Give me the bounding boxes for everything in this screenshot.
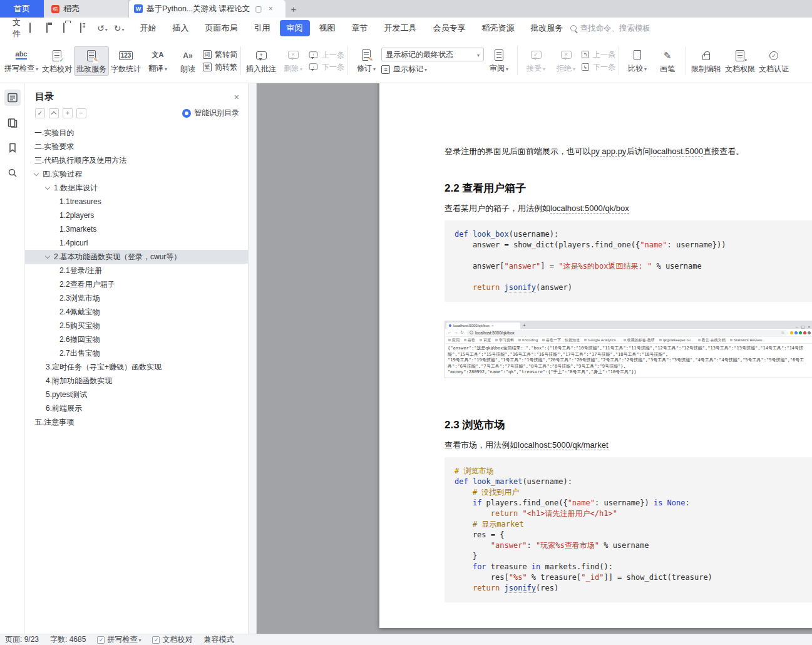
toc-item[interactable]: 1.3markets (25, 222, 248, 236)
toc-item[interactable]: 一.实验目的 (25, 126, 248, 140)
new-tab-button[interactable]: + (285, 0, 302, 18)
delete-comment-button[interactable]: × 删除 (278, 46, 308, 76)
toc-item[interactable]: 1.4picurl (25, 236, 248, 250)
export-pdf-icon[interactable] (80, 23, 91, 33)
chevron-down-icon[interactable] (45, 253, 50, 258)
toc-item[interactable]: 2.基本功能函数实现（登录，cwur等） (25, 250, 248, 264)
prev-change-button[interactable]: ↰ 上一条 (581, 50, 615, 59)
outline-panel-icon[interactable] (4, 90, 21, 106)
toc-item[interactable]: 2.5购买宝物 (25, 319, 248, 333)
restrict-editing-icon (702, 54, 710, 60)
toc-item[interactable]: 6.前端展示 (25, 401, 248, 415)
menu-tab-会员专享[interactable]: 会员专享 (426, 20, 473, 36)
prev-comment-button[interactable]: ↑ 上一条 (308, 51, 344, 59)
toc-item[interactable]: 二.实验要求 (25, 140, 248, 153)
menu-tab-视图[interactable]: 视图 (312, 20, 342, 36)
search-input[interactable] (580, 24, 674, 33)
toc-item[interactable]: 2.1登录/注册 (25, 264, 248, 277)
chevron-down-icon[interactable] (34, 170, 39, 175)
menu-tab-开发工具[interactable]: 开发工具 (378, 20, 424, 36)
save-icon[interactable] (46, 23, 57, 33)
word-count-button[interactable]: 123 字数统计 (109, 47, 143, 75)
toc-expand-icon[interactable]: + (63, 108, 73, 118)
doc-paragraph-intro: 登录注册的界面见后面前端展示，也可以py app.py后访问localhost:… (445, 145, 812, 158)
toc-collapse-all-icon[interactable] (49, 108, 59, 118)
toc-item[interactable]: 2.6撤回宝物 (25, 333, 248, 346)
next-change-button[interactable]: ↳ 下一条 (581, 63, 615, 71)
menu-tab-稻壳资源[interactable]: 稻壳资源 (475, 20, 522, 36)
menu-tab-批改服务[interactable]: 批改服务 (524, 20, 570, 36)
menu-tab-插入[interactable]: 插入 (166, 20, 196, 36)
command-search[interactable] (570, 24, 674, 33)
document-tab[interactable]: W 基于Python...关游戏 课程论文 ▢ × (129, 0, 285, 18)
embedded-browser-screenshot[interactable]: localhost:5000/qk/box × + −▢× ←→↻ i loca… (445, 321, 812, 378)
file-menu-button[interactable]: 文件 (10, 14, 26, 42)
word-count-indicator[interactable]: 字数: 4685 (50, 634, 86, 645)
document-page[interactable]: 登录注册的界面见后面前端展示，也可以py app.py后访问localhost:… (379, 83, 812, 628)
accept-change-icon: ✓ (531, 51, 542, 59)
insert-comment-button[interactable]: + 插入批注 (244, 47, 278, 75)
doc-permission-button[interactable]: • 文档权限 (723, 47, 757, 75)
toc-scrollbar[interactable] (249, 83, 257, 634)
toc-item[interactable]: 四.实验过程 (25, 167, 248, 181)
doc-certify-button[interactable]: 文档认证 (757, 47, 791, 75)
toc-item[interactable]: 3.定时任务（寻宝+赚钱）函数实现 (25, 360, 248, 374)
toc-item[interactable]: 2.4佩戴宝物 (25, 305, 248, 319)
undo-icon[interactable]: ↺▾ (97, 23, 108, 33)
toc-collapse-icon[interactable]: − (76, 108, 86, 118)
spell-check-toggle[interactable]: ✓ 拼写检查 (97, 634, 141, 645)
menu-tab-页面布局[interactable]: 页面布局 (198, 20, 245, 36)
markup-state-select[interactable]: 显示标记的最终状态 (381, 48, 484, 61)
toc-item[interactable]: 五.注意事项 (25, 415, 248, 429)
track-changes-button[interactable]: ✎ 修订 (351, 46, 381, 76)
ink-brush-button[interactable]: ✎ 画笔 (652, 47, 682, 75)
chapter-nav-icon[interactable] (4, 115, 21, 131)
correction-service-icon: ✎ (87, 50, 96, 61)
read-aloud-button[interactable]: A» 朗读 (173, 47, 203, 75)
review-pane-button[interactable]: 审阅 (484, 46, 514, 76)
compat-mode-indicator[interactable]: 兼容模式 (203, 634, 234, 645)
toc-item[interactable]: 2.3浏览市场 (25, 291, 248, 305)
reject-change-button[interactable]: × 拒绝 (551, 46, 581, 76)
toc-select-icon[interactable]: ✓ (35, 108, 45, 118)
shot-url: localhost:5000/qk/box (475, 331, 515, 335)
correction-service-button[interactable]: ✎ 批改服务 (74, 46, 109, 76)
show-markup-button[interactable]: ≡ 显示标记 (381, 65, 484, 74)
doc-proof-button[interactable]: ✓ 文档校对 (40, 47, 74, 75)
toc-close-icon[interactable]: × (234, 92, 239, 102)
spell-check-button[interactable]: abc 拼写检查 (3, 46, 40, 76)
next-comment-button[interactable]: ↓ 下一条 (308, 63, 344, 71)
menu-tab-开始[interactable]: 开始 (133, 20, 163, 36)
new-document-icon[interactable] (29, 23, 40, 33)
tab-preview-icon[interactable]: ▢ (254, 4, 263, 13)
doc-proof-toggle[interactable]: ✓ 文档校对 (152, 634, 192, 645)
shot-address-bar: ←→↻ i localhost:5000/qk/box ☆ (445, 329, 812, 337)
smart-recognize-toc-button[interactable]: 智能识别目录 (182, 108, 239, 118)
find-icon[interactable] (4, 165, 21, 181)
menu-tab-引用[interactable]: 引用 (247, 20, 277, 36)
toc-item[interactable]: 1.1treasures (25, 195, 248, 209)
toc-item[interactable]: 2.7出售宝物 (25, 346, 248, 360)
trad-to-simp-button[interactable]: 词 繁转简 (203, 50, 237, 59)
restrict-editing-button[interactable]: 限制编辑 (689, 47, 723, 75)
docer-tab[interactable]: 稻 稻壳 (44, 0, 129, 18)
toc-item[interactable]: 1.2players (25, 209, 248, 222)
toc-item[interactable]: 4.附加功能函数实现 (25, 374, 248, 388)
chevron-down-icon[interactable] (45, 184, 50, 189)
print-icon[interactable] (63, 23, 74, 33)
bookmark-icon[interactable] (4, 140, 21, 156)
compare-button[interactable]: 比较 (622, 46, 652, 76)
toc-item[interactable]: 三.代码执行顺序及使用方法 (25, 153, 248, 167)
tab-close-icon[interactable]: × (267, 4, 274, 13)
prev-change-icon: ↰ (582, 51, 589, 58)
toc-item[interactable]: 5.pytest测试 (25, 388, 248, 401)
shot-bookmark: Google Analytics... (584, 338, 619, 342)
simp-to-trad-button[interactable]: 繁 简转繁 (203, 63, 237, 71)
menu-tab-章节[interactable]: 章节 (345, 20, 375, 36)
redo-icon[interactable]: ↻▾ (114, 23, 125, 33)
accept-change-button[interactable]: ✓ 接受 (521, 46, 551, 76)
toc-item[interactable]: 1.数据库设计 (25, 181, 248, 195)
translate-button[interactable]: 文A 翻译 (143, 46, 173, 76)
toc-item[interactable]: 2.2查看用户箱子 (25, 277, 248, 291)
menu-tab-审阅[interactable]: 审阅 (280, 20, 310, 36)
